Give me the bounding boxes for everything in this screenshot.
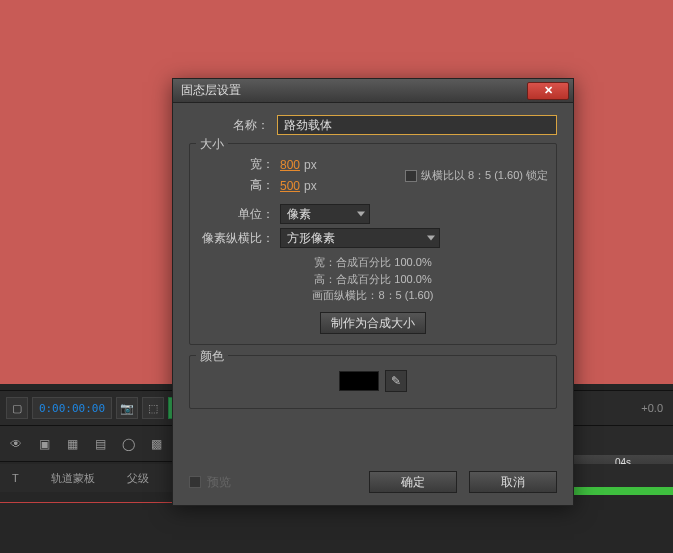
close-button[interactable]: ✕	[527, 82, 569, 100]
eye-icon[interactable]: 👁	[6, 434, 26, 454]
exposure-value: +0.0	[641, 402, 663, 414]
color-legend: 颜色	[196, 348, 228, 365]
ok-button[interactable]: 确定	[369, 471, 457, 493]
chevron-down-icon	[357, 212, 365, 217]
info-width: 宽：合成百分比 100.0%	[200, 254, 546, 271]
par-dropdown[interactable]: 方形像素	[280, 228, 440, 248]
camera-icon[interactable]: 📷	[116, 397, 138, 419]
unit-value: 像素	[287, 206, 311, 223]
aspect-lock-label: 纵横比以 8：5 (1.60) 锁定	[421, 168, 548, 183]
solid-settings-dialog: 固态层设置 ✕ 名称： 大小 宽： 800 px 高： 500 px	[172, 78, 574, 506]
column-trackmatte[interactable]: 轨道蒙板	[45, 471, 101, 486]
circle-icon[interactable]: ◯	[118, 434, 138, 454]
chevron-down-icon	[427, 236, 435, 241]
preview-checkbox[interactable]	[189, 476, 201, 488]
cube-icon[interactable]: ▣	[34, 434, 54, 454]
preview-label: 预览	[207, 474, 231, 491]
cached-preview-bar	[568, 487, 673, 495]
unit-dropdown[interactable]: 像素	[280, 204, 370, 224]
size-legend: 大小	[196, 136, 228, 153]
info-frame-aspect: 画面纵横比：8：5 (1.60)	[200, 287, 546, 304]
size-fieldset: 大小 宽： 800 px 高： 500 px 纵横比以 8：5 (1.60) 锁…	[189, 143, 557, 345]
height-label: 高：	[200, 177, 280, 194]
aspect-lock-checkbox[interactable]	[405, 170, 417, 182]
current-time[interactable]: 0:00:00:00	[32, 397, 112, 419]
par-value: 方形像素	[287, 230, 335, 247]
dialog-titlebar[interactable]: 固态层设置 ✕	[173, 79, 573, 103]
height-value[interactable]: 500	[280, 179, 300, 193]
height-unit: px	[304, 179, 317, 193]
aspect-lock-row: 纵横比以 8：5 (1.60) 锁定	[405, 168, 548, 183]
layer-icon[interactable]: ▤	[90, 434, 110, 454]
par-label: 像素纵横比：	[200, 230, 280, 247]
unit-label: 单位：	[200, 206, 280, 223]
color-swatch[interactable]	[339, 371, 379, 391]
snapshot-icon[interactable]: ⬚	[142, 397, 164, 419]
tool-button[interactable]: ▢	[6, 397, 28, 419]
grid-icon[interactable]: ▦	[62, 434, 82, 454]
column-parent[interactable]: 父级	[121, 471, 155, 486]
size-info: 宽：合成百分比 100.0% 高：合成百分比 100.0% 画面纵横比：8：5 …	[200, 254, 546, 304]
cancel-button[interactable]: 取消	[469, 471, 557, 493]
dialog-footer: 预览 确定 取消	[173, 463, 573, 505]
name-label: 名称：	[189, 117, 277, 134]
color-fieldset: 颜色 ✎	[189, 355, 557, 409]
eyedropper-button[interactable]: ✎	[385, 370, 407, 392]
make-comp-size-button[interactable]: 制作为合成大小	[320, 312, 426, 334]
width-value[interactable]: 800	[280, 158, 300, 172]
info-height: 高：合成百分比 100.0%	[200, 271, 546, 288]
swatch-icon[interactable]: ▩	[146, 434, 166, 454]
name-input[interactable]	[277, 115, 557, 135]
eyedropper-icon: ✎	[391, 374, 401, 388]
width-unit: px	[304, 158, 317, 172]
close-icon: ✕	[544, 84, 553, 97]
dialog-title: 固态层设置	[181, 82, 241, 99]
dialog-body: 名称： 大小 宽： 800 px 高： 500 px 纵横比以 8：5 (1.6…	[173, 103, 573, 429]
column-switch[interactable]: T	[6, 472, 25, 484]
width-label: 宽：	[200, 156, 280, 173]
